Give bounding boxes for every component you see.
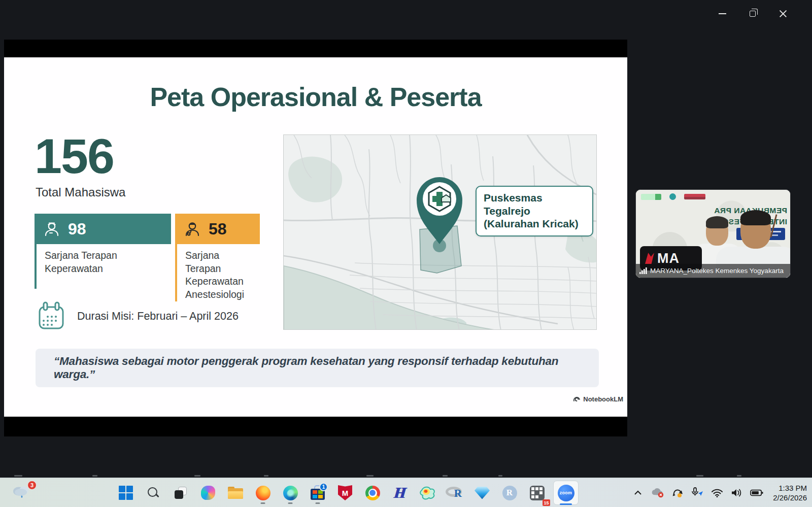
slide-title: Peta Operasional & Peserta xyxy=(4,82,627,112)
participant-name-bar: MARYANA_Poltekes Kemenkes Yogyakarta xyxy=(636,264,790,278)
sync-icon xyxy=(671,487,684,498)
taskbar: 3 xyxy=(0,478,812,507)
shared-screen-slide: Peta Operasional & Peserta 156 Total Mah… xyxy=(4,40,627,436)
backdrop-logo-red xyxy=(684,194,705,199)
total-students-value: 156 xyxy=(35,131,114,181)
microsoft-store-icon: 1 xyxy=(310,485,325,500)
file-explorer-icon xyxy=(228,487,243,499)
onedrive-status-button[interactable] xyxy=(651,486,664,499)
tray-chevron-button[interactable] xyxy=(631,486,645,499)
heatmap-icon xyxy=(419,485,436,500)
h-app-icon: H xyxy=(393,485,407,500)
r-language-icon: R xyxy=(446,486,464,500)
anesthesiologist-icon xyxy=(183,220,201,238)
calendar-icon xyxy=(37,301,66,331)
system-tray: 1:33 PM 2/26/2026 xyxy=(631,478,807,507)
quote-text: “Mahasiswa sebagai motor penggerak progr… xyxy=(54,355,599,381)
close-icon xyxy=(779,10,787,18)
slide-content: Peta Operasional & Peserta 156 Total Mah… xyxy=(4,57,627,417)
running-indicator xyxy=(316,502,320,504)
zoom-app-button[interactable]: zoom xyxy=(553,481,579,505)
firefox-button[interactable] xyxy=(252,481,274,504)
office-grid-button[interactable]: 15 xyxy=(526,481,548,504)
restore-icon xyxy=(750,11,756,17)
person-hair xyxy=(740,210,771,225)
diamond-icon xyxy=(475,487,490,499)
diamond-app-button[interactable] xyxy=(471,481,493,504)
notebooklm-watermark: NotebookLM xyxy=(573,395,623,403)
windows-start-icon xyxy=(119,486,133,500)
ghost-fragment xyxy=(92,475,97,477)
search-icon xyxy=(147,486,160,499)
gis-app-button[interactable] xyxy=(416,481,438,504)
overlay-logo-mark xyxy=(645,253,654,264)
search-button[interactable] xyxy=(142,481,164,504)
weather-badge: 3 xyxy=(27,481,37,490)
battery-button[interactable] xyxy=(750,486,763,499)
chrome-button[interactable] xyxy=(361,481,384,504)
program-card-header: 98 xyxy=(35,214,171,244)
start-button[interactable] xyxy=(115,481,137,504)
backdrop-logos xyxy=(641,193,705,200)
ghost-fragment xyxy=(194,475,200,477)
task-view-icon xyxy=(174,486,187,499)
operational-map: Puskesmas Tegalrejo (Kalurahan Kricak) xyxy=(283,134,597,330)
rstudio-icon: R xyxy=(502,486,517,500)
minimize-icon xyxy=(719,13,726,14)
ghost-fragment xyxy=(366,475,374,477)
desktop: Peta Operasional & Peserta 156 Total Mah… xyxy=(0,0,812,507)
clock-date: 2/26/2026 xyxy=(773,493,807,503)
sync-status-button[interactable] xyxy=(671,486,684,499)
participant-video-tile[interactable]: PEMBUKAAN PRA INTERPROFESSION MA MA xyxy=(635,189,791,278)
zoom-label: zoom xyxy=(560,490,572,495)
onedrive-error-icon xyxy=(651,488,664,498)
copilot-icon xyxy=(201,486,215,500)
mic-location-button[interactable] xyxy=(691,486,704,499)
volume-button[interactable] xyxy=(730,486,743,499)
marker-subtitle: (Kalurahan Kricak) xyxy=(484,217,586,230)
taskbar-icons: 1 M H R xyxy=(115,481,579,505)
mcafee-button[interactable]: M xyxy=(334,481,356,504)
restore-button[interactable] xyxy=(746,7,759,20)
program-card-anestesiologi: 58 Sarjana Terapan Keperawatan Anestesio… xyxy=(175,214,260,301)
r-language-button[interactable]: R xyxy=(444,481,466,504)
edge-button[interactable] xyxy=(279,481,301,504)
active-app-indicator xyxy=(560,503,572,505)
rstudio-button[interactable]: R xyxy=(498,481,521,504)
h-app-button[interactable]: H xyxy=(389,481,411,504)
microphone-location-icon xyxy=(691,487,704,498)
slide-letterbox-bottom xyxy=(4,417,627,436)
ghost-fragment xyxy=(737,475,741,477)
mcafee-shield-icon: M xyxy=(338,485,352,500)
edge-icon xyxy=(283,486,298,500)
battery-icon xyxy=(750,489,763,497)
notebooklm-icon xyxy=(573,395,581,403)
speaker-icon xyxy=(731,488,743,497)
participant-name: MARYANA_Poltekes Kemenkes Yogyakarta xyxy=(650,267,784,275)
wifi-icon xyxy=(711,488,723,497)
minimize-button[interactable] xyxy=(716,7,729,20)
slide-letterbox-top xyxy=(4,40,627,57)
connection-quality-icon xyxy=(639,267,647,274)
taskbar-clock[interactable]: 1:33 PM 2/26/2026 xyxy=(773,483,807,503)
clock-time: 1:33 PM xyxy=(773,483,807,493)
microsoft-store-button[interactable]: 1 xyxy=(307,481,329,504)
copilot-button[interactable] xyxy=(197,481,219,504)
person-head xyxy=(706,218,728,246)
ghost-fragment xyxy=(14,475,22,477)
program-card-keperawatan: 98 Sarjana Terapan Keperawatan xyxy=(35,214,171,301)
ghost-fragment xyxy=(264,475,268,477)
close-button[interactable] xyxy=(776,7,790,20)
total-students-label: Total Mahasiswa xyxy=(36,185,125,199)
wifi-button[interactable] xyxy=(710,486,724,499)
file-explorer-button[interactable] xyxy=(224,481,247,504)
nurse-icon xyxy=(43,220,61,238)
program-card-header: 58 xyxy=(175,214,260,244)
weather-widget[interactable]: 3 xyxy=(11,482,35,503)
backdrop-logo-teal xyxy=(669,193,676,200)
task-view-button[interactable] xyxy=(170,481,192,504)
person-hair xyxy=(706,216,728,228)
chevron-up-icon xyxy=(634,490,642,496)
map-marker-label: Puskesmas Tegalrejo (Kalurahan Kricak) xyxy=(476,186,593,236)
person-head xyxy=(740,212,771,249)
